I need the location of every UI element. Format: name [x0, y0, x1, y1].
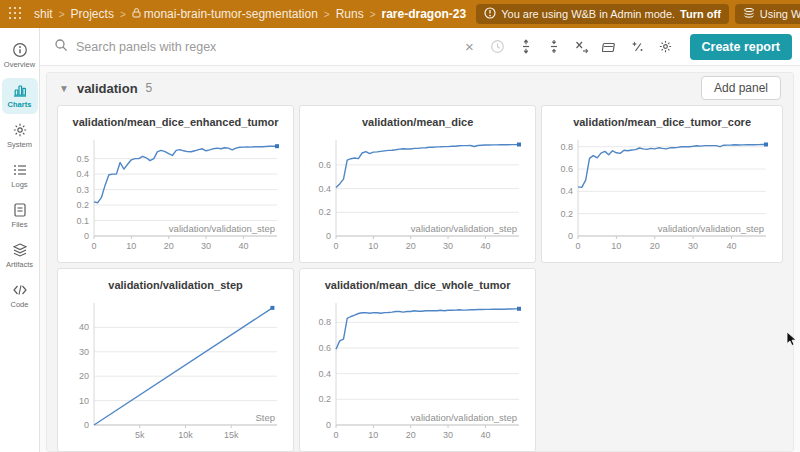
svg-text:0.6: 0.6: [561, 164, 574, 174]
svg-text:20: 20: [406, 241, 416, 251]
alert-circle-icon: [484, 7, 496, 21]
settings-gear-icon[interactable]: [654, 35, 678, 59]
sidebar-item-artifacts[interactable]: Artifacts: [2, 238, 38, 274]
sidebar-item-logs[interactable]: Logs: [2, 158, 38, 194]
sidebar-item-label: System: [7, 140, 32, 149]
svg-text:0.8: 0.8: [319, 317, 332, 327]
panel-mean-dice[interactable]: validation/mean_dice 00.20.40.6010203040…: [299, 105, 536, 263]
breadcrumb-separator: >: [324, 9, 330, 20]
chevron-down-icon[interactable]: ▼: [59, 83, 69, 94]
svg-text:10: 10: [126, 241, 136, 251]
sidebar-item-label: Charts: [8, 100, 32, 109]
panel-mean-dice-tumor-core[interactable]: validation/mean_dice_tumor_core 00.20.40…: [541, 105, 783, 263]
svg-text:10: 10: [79, 396, 89, 406]
svg-text:validation/validation_step: validation/validation_step: [411, 412, 517, 423]
breadcrumb-separator: >: [120, 9, 126, 20]
svg-text:0.2: 0.2: [76, 200, 89, 210]
sidebar-item-overview[interactable]: Overview: [2, 38, 38, 74]
section-title[interactable]: validation: [77, 81, 138, 96]
info-icon: [12, 42, 28, 58]
weave-text: Using Weave 1.0: [760, 8, 800, 20]
panel-grid: validation/mean_dice_enhanced_tumor 00.1…: [55, 103, 785, 452]
panel-layout-icon[interactable]: [598, 35, 622, 59]
sparkle-icon[interactable]: [626, 35, 650, 59]
svg-text:0: 0: [326, 420, 331, 430]
svg-text:20: 20: [79, 371, 89, 381]
svg-text:0.8: 0.8: [561, 142, 574, 152]
search-panels-input[interactable]: [76, 40, 454, 54]
svg-text:0: 0: [91, 241, 96, 251]
breadcrumb: shit > Projects > monai-brain-tumor-segm…: [34, 7, 466, 21]
sidebar-item-label: Logs: [11, 180, 27, 189]
svg-text:validation/validation_step: validation/validation_step: [658, 223, 764, 234]
svg-text:0: 0: [576, 241, 581, 251]
svg-text:30: 30: [443, 430, 453, 440]
svg-text:0: 0: [84, 231, 89, 241]
bar-chart-icon: [12, 82, 28, 98]
wandb-logo-icon[interactable]: [8, 6, 22, 22]
svg-text:0.4: 0.4: [76, 169, 89, 179]
code-icon: [12, 282, 28, 298]
file-icon: [12, 202, 28, 218]
svg-text:10: 10: [368, 430, 378, 440]
panel-mean-dice-whole-tumor[interactable]: validation/mean_dice_whole_tumor 00.20.4…: [299, 268, 536, 452]
svg-text:20: 20: [164, 241, 174, 251]
svg-text:0.3: 0.3: [76, 185, 89, 195]
sidebar-item-label: Code: [11, 300, 29, 309]
svg-text:40: 40: [238, 241, 248, 251]
svg-text:0.4: 0.4: [319, 369, 332, 379]
svg-text:10: 10: [612, 241, 622, 251]
sidebar-item-charts[interactable]: Charts: [2, 78, 38, 114]
breadcrumb-user[interactable]: shit: [34, 7, 53, 21]
breadcrumb-runs[interactable]: Runs: [336, 7, 364, 21]
chart-title: validation/validation_step: [64, 273, 287, 297]
breadcrumb-projects[interactable]: Projects: [71, 7, 114, 21]
svg-text:0.4: 0.4: [561, 186, 574, 196]
expand-panels-icon[interactable]: [514, 35, 538, 59]
weave-banner: Using Weave 1.0 Turn off: [735, 4, 800, 24]
svg-text:15k: 15k: [224, 430, 239, 440]
svg-text:30: 30: [79, 347, 89, 357]
outliers-icon[interactable]: [570, 35, 594, 59]
svg-text:5k: 5k: [135, 430, 145, 440]
svg-text:0: 0: [334, 241, 339, 251]
svg-text:validation/validation_step: validation/validation_step: [169, 223, 275, 234]
collapse-panels-icon[interactable]: [542, 35, 566, 59]
validation-section: ▼ validation 5 Add panel validation/mean…: [46, 72, 794, 452]
svg-text:0: 0: [334, 430, 339, 440]
panel-mean-dice-enhanced-tumor[interactable]: validation/mean_dice_enhanced_tumor 00.1…: [57, 105, 294, 263]
svg-text:40: 40: [480, 430, 490, 440]
sidebar-item-label: Files: [12, 220, 28, 229]
sidebar-item-label: Artifacts: [6, 260, 33, 269]
chart-plot[interactable]: 00.20.40.60.8010203040validation/validat…: [548, 134, 774, 256]
chart-title: validation/mean_dice_whole_tumor: [306, 273, 529, 297]
sidebar-item-files[interactable]: Files: [2, 198, 38, 234]
svg-text:30: 30: [688, 241, 698, 251]
topbar: shit > Projects > monai-brain-tumor-segm…: [0, 0, 800, 28]
sidebar-item-code[interactable]: Code: [2, 278, 38, 314]
chart-plot[interactable]: 00.20.40.6010203040validation/validation…: [306, 134, 527, 256]
breadcrumb-separator: >: [59, 9, 65, 20]
panel-validation-step[interactable]: validation/validation_step 0102030405k10…: [57, 268, 294, 452]
svg-text:40: 40: [480, 241, 490, 251]
chart-plot[interactable]: 0102030405k10k15kStep: [64, 297, 285, 445]
svg-text:0: 0: [568, 231, 573, 241]
chart-title: validation/mean_dice_enhanced_tumor: [64, 110, 287, 134]
lock-icon: [132, 7, 141, 21]
chart-plot[interactable]: 00.10.20.30.40.5010203040validation/vali…: [64, 134, 285, 256]
panels-content: ▼ validation 5 Add panel validation/mean…: [40, 66, 800, 452]
add-panel-button[interactable]: Add panel: [701, 76, 781, 100]
svg-text:0.5: 0.5: [76, 154, 89, 164]
svg-text:40: 40: [79, 322, 89, 332]
sidebar-item-system[interactable]: System: [2, 118, 38, 154]
layers-icon: [743, 7, 755, 21]
chart-plot[interactable]: 00.20.40.60.8010203040validation/validat…: [306, 297, 527, 445]
svg-text:0.6: 0.6: [319, 343, 332, 353]
svg-text:10k: 10k: [178, 430, 193, 440]
breadcrumb-project[interactable]: monai-brain-tumor-segmentation: [132, 7, 318, 21]
stacked-layers-icon: [12, 242, 28, 258]
clear-search-icon[interactable]: ×: [458, 35, 482, 59]
admin-turn-off-button[interactable]: Turn off: [680, 8, 721, 20]
create-report-button[interactable]: Create report: [690, 34, 793, 60]
svg-text:validation/validation_step: validation/validation_step: [411, 223, 517, 234]
